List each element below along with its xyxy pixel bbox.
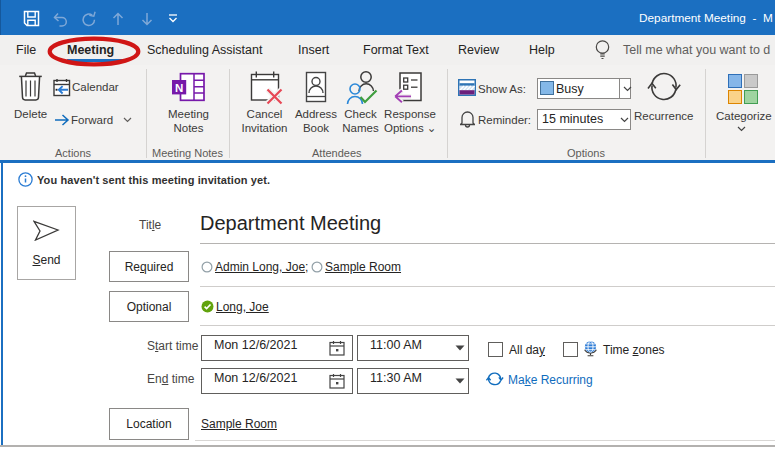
svg-text:N: N: [175, 82, 183, 94]
